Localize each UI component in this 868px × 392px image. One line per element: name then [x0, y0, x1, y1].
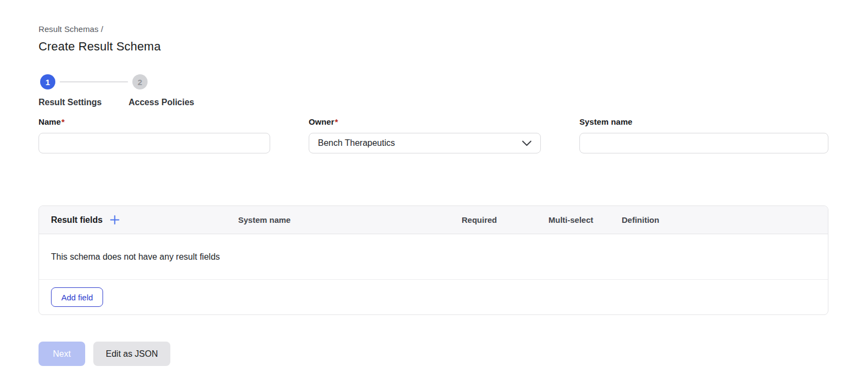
create-result-schema-page: Result Schemas / Create Result Schema 1 … [0, 0, 868, 392]
edit-as-json-button[interactable]: Edit as JSON [93, 342, 170, 366]
page-title: Create Result Schema [39, 40, 828, 54]
system-name-label-text: System name [579, 117, 633, 126]
breadcrumb-separator: / [101, 24, 103, 34]
owner-label-text: Owner [309, 117, 334, 126]
page-content: Result Schemas / Create Result Schema 1 … [39, 24, 828, 366]
table-empty-row: This schema does not have any result fie… [39, 234, 828, 279]
name-required-marker: * [61, 117, 65, 126]
name-label-text: Name [39, 117, 61, 126]
footer-actions: Next Edit as JSON [39, 342, 828, 366]
step-1-indicator[interactable]: 1 [40, 74, 55, 89]
name-field-group: Name* [39, 117, 270, 153]
next-button[interactable]: Next [39, 342, 85, 366]
result-fields-table: Result fields System name Required Multi… [39, 205, 828, 315]
result-fields-title: Result fields [51, 215, 103, 225]
step-connector-line [60, 81, 128, 82]
step-2-label[interactable]: Access Policies [129, 98, 194, 107]
empty-state-message: This schema does not have any result fie… [51, 252, 220, 262]
breadcrumb-result-schemas-link[interactable]: Result Schemas [39, 24, 99, 34]
column-header-definition: Definition [622, 215, 828, 224]
column-header-required: Required [462, 215, 548, 224]
system-name-field-group: System name [579, 117, 828, 153]
result-fields-table-header: Result fields System name Required Multi… [39, 206, 828, 234]
stepper-labels: Result Settings Access Policies [39, 98, 828, 107]
name-input[interactable] [39, 133, 270, 153]
stepper-circles: 1 2 [40, 74, 828, 89]
owner-field-label: Owner* [309, 117, 541, 126]
system-name-input[interactable] [579, 133, 828, 153]
step-2-indicator[interactable]: 2 [132, 74, 148, 89]
owner-selected-value: Bench Therapeutics [318, 138, 395, 148]
column-header-system-name: System name [238, 215, 462, 224]
step-1-label[interactable]: Result Settings [39, 98, 129, 107]
owner-select[interactable]: Bench Therapeutics [309, 133, 541, 153]
system-name-field-label: System name [579, 117, 828, 126]
chevron-down-icon [522, 140, 532, 146]
table-footer-row: Add field [39, 279, 828, 314]
column-header-multi-select: Multi-select [548, 215, 622, 224]
name-field-label: Name* [39, 117, 270, 126]
owner-required-marker: * [335, 117, 338, 126]
add-field-button[interactable]: Add field [51, 287, 103, 307]
breadcrumb: Result Schemas / [39, 24, 828, 35]
owner-field-group: Owner* Bench Therapeutics [309, 117, 541, 153]
result-settings-form: Name* Owner* Bench Therapeutics [39, 117, 828, 153]
result-fields-header-cell: Result fields [39, 215, 238, 225]
plus-icon[interactable] [110, 215, 120, 225]
stepper: 1 2 Result Settings Access Policies [39, 74, 828, 107]
